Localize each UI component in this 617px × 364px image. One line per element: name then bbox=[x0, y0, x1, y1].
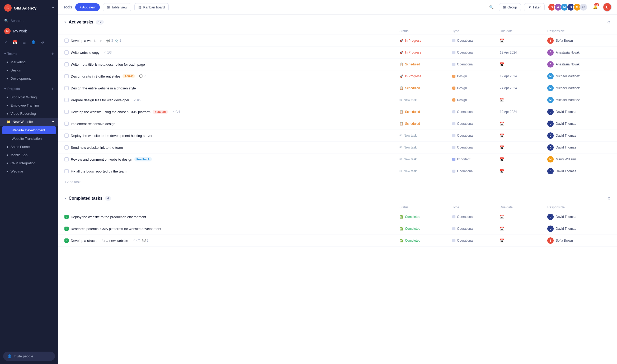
table-row[interactable]: Design the entire website in a chosen st… bbox=[58, 82, 617, 94]
sidebar-item-development[interactable]: ● Development bbox=[0, 74, 58, 83]
task-checkbox[interactable] bbox=[64, 110, 69, 114]
task-checkbox[interactable] bbox=[64, 86, 69, 90]
sidebar-item-webinar[interactable]: ● Webinar bbox=[0, 167, 58, 175]
table-row[interactable]: Send new website link to the team ✉ New … bbox=[58, 142, 617, 154]
new-website-label: New Website bbox=[13, 120, 33, 124]
task-checkbox[interactable] bbox=[64, 50, 69, 55]
projects-chevron-icon: ▾ bbox=[4, 87, 6, 91]
task-checkbox[interactable] bbox=[64, 157, 69, 161]
group-label: Group bbox=[507, 5, 517, 9]
toolbar-actions: 🔍 ⊞ Group ▼ Filter S A M D M +3 🔔 12 bbox=[487, 3, 612, 12]
notification-button[interactable]: 🔔 12 bbox=[591, 3, 600, 12]
sidebar-my-work[interactable]: M My work bbox=[0, 25, 58, 37]
teams-label: Teams bbox=[7, 52, 17, 56]
blog-label: Blog Post Writing bbox=[11, 95, 37, 99]
sidebar-item-video-recording[interactable]: ● Video Recording bbox=[0, 109, 58, 118]
sidebar-item-mobile-app[interactable]: ● Mobile App bbox=[0, 151, 58, 159]
crm-icon: ● bbox=[6, 161, 8, 165]
active-tasks-title: Active tasks bbox=[69, 20, 93, 25]
kanban-label: Kanban board bbox=[143, 5, 165, 9]
task-checkbox[interactable] bbox=[64, 98, 69, 102]
group-icon: ⊞ bbox=[503, 5, 506, 9]
task-checkbox[interactable]: ✓ bbox=[64, 238, 69, 243]
table-view-icon: ⊞ bbox=[107, 5, 110, 9]
completed-tasks-columns: Status Type Due date Responsible bbox=[58, 204, 617, 211]
sidebar-tool-calendar[interactable]: 📅 bbox=[11, 38, 19, 46]
sidebar-tool-check[interactable]: ✓ bbox=[2, 38, 10, 46]
table-row[interactable]: ✓ Research potential CMS platforms for w… bbox=[58, 223, 617, 235]
filter-label: Filter bbox=[533, 5, 541, 9]
my-work-label: My work bbox=[13, 29, 27, 33]
folder-icon: 📁 bbox=[6, 120, 11, 124]
table-row[interactable]: Implement responsive design 📋 Scheduled … bbox=[58, 118, 617, 130]
add-new-button[interactable]: + Add new bbox=[75, 3, 100, 11]
active-tasks-header[interactable]: ▾ Active tasks 12 ⚙ bbox=[58, 15, 617, 28]
invite-people-button[interactable]: 👤 Invite people bbox=[3, 352, 55, 361]
filter-icon: ▼ bbox=[528, 5, 531, 9]
sales-icon: ● bbox=[6, 145, 8, 149]
task-checkbox[interactable] bbox=[64, 169, 69, 173]
table-row[interactable]: Prepare design files for web developer ✓… bbox=[58, 94, 617, 106]
design-icon: ● bbox=[6, 68, 8, 72]
active-tasks-section: ▾ Active tasks 12 ⚙ Status Type Due date… bbox=[58, 15, 617, 186]
crm-label: CRM Integration bbox=[11, 161, 36, 165]
active-tasks-settings-icon[interactable]: ⚙ bbox=[607, 20, 611, 24]
kanban-board-button[interactable]: ▦ Kanban board bbox=[134, 3, 169, 11]
group-button[interactable]: ⊞ Group bbox=[499, 3, 521, 11]
table-row[interactable]: Write meta title & meta description for … bbox=[58, 59, 617, 70]
table-row[interactable]: ✓ Deploy the website to the production e… bbox=[58, 211, 617, 223]
sidebar-item-design[interactable]: ● Design bbox=[0, 66, 58, 74]
projects-add-button[interactable]: + bbox=[51, 87, 54, 91]
task-checkbox[interactable] bbox=[64, 74, 69, 78]
marketing-label: Marketing bbox=[11, 60, 26, 64]
task-checkbox[interactable] bbox=[64, 133, 69, 138]
task-checkbox[interactable]: ✓ bbox=[64, 215, 69, 219]
table-row[interactable]: Develop a wireframe 💬 3 📎 1 🚀 In Progres… bbox=[58, 35, 617, 47]
table-view-button[interactable]: ⊞ Table view bbox=[103, 3, 131, 11]
teams-chevron-icon: ▾ bbox=[4, 52, 6, 56]
sidebar-tool-settings[interactable]: ⚙ bbox=[39, 38, 46, 46]
sidebar-item-crm-integration[interactable]: ● CRM Integration bbox=[0, 159, 58, 167]
add-task-button[interactable]: + Add task bbox=[58, 177, 617, 186]
task-checkbox[interactable] bbox=[64, 122, 69, 126]
filter-button[interactable]: ▼ Filter bbox=[524, 3, 545, 11]
sidebar-item-marketing[interactable]: ● Marketing bbox=[0, 58, 58, 66]
table-row[interactable]: Review and comment on website design Fee… bbox=[58, 154, 617, 165]
sidebar-item-website-translation[interactable]: Website Translation bbox=[0, 135, 58, 143]
user-avatar[interactable]: U bbox=[603, 3, 612, 12]
sidebar-item-employee-training[interactable]: ● Employee Training bbox=[0, 101, 58, 109]
blog-icon: ● bbox=[6, 95, 8, 99]
tools-label: Tools bbox=[63, 5, 72, 9]
table-row[interactable]: Develop the website using the chosen CMS… bbox=[58, 106, 617, 118]
projects-label: Projects bbox=[7, 87, 20, 91]
table-row[interactable]: Deploy the website to the development ho… bbox=[58, 130, 617, 142]
team-avatars: S A M D M +3 bbox=[548, 3, 587, 11]
sidebar-tool-list[interactable]: ☰ bbox=[20, 38, 28, 46]
task-checkbox[interactable]: ✓ bbox=[64, 227, 69, 231]
sidebar-search[interactable]: 🔍 Search... bbox=[0, 16, 58, 25]
sidebar-header[interactable]: G GIM Agency ▾ bbox=[0, 0, 58, 16]
sales-label: Sales Funnel bbox=[11, 145, 31, 149]
task-checkbox[interactable] bbox=[64, 39, 69, 43]
video-label: Video Recording bbox=[11, 112, 36, 116]
sidebar-item-new-website[interactable]: 📁 New Website ▾ bbox=[0, 118, 58, 126]
mobile-icon: ● bbox=[6, 153, 8, 157]
teams-add-button[interactable]: + bbox=[51, 52, 54, 56]
sidebar-item-sales-funnel[interactable]: ● Sales Funnel bbox=[0, 143, 58, 151]
sidebar-tool-person[interactable]: 👤 bbox=[29, 38, 38, 46]
completed-tasks-settings-icon[interactable]: ⚙ bbox=[607, 196, 611, 200]
task-checkbox[interactable] bbox=[64, 145, 69, 150]
task-checkbox[interactable] bbox=[64, 62, 69, 66]
sidebar-item-website-development[interactable]: Website Development bbox=[2, 126, 56, 134]
search-icon: 🔍 bbox=[4, 19, 8, 23]
projects-section-toggle[interactable]: ▾ Projects bbox=[4, 87, 20, 91]
table-row[interactable]: Design drafts in 3 different styles ASAP… bbox=[58, 70, 617, 82]
sidebar-item-blog-post-writing[interactable]: ● Blog Post Writing bbox=[0, 93, 58, 101]
table-row[interactable]: Write website copy ✓ 1/3 🚀 In Progress O… bbox=[58, 47, 617, 59]
table-row[interactable]: ✓ Develop a structure for a new website … bbox=[58, 235, 617, 247]
search-button[interactable]: 🔍 bbox=[487, 3, 496, 12]
completed-tasks-header[interactable]: ▾ Completed tasks 4 ⚙ bbox=[58, 191, 617, 204]
table-row[interactable]: Fix all the bugs reported by the team ✉ … bbox=[58, 165, 617, 177]
development-icon: ● bbox=[6, 76, 8, 80]
teams-section-toggle[interactable]: ▾ Teams bbox=[4, 52, 17, 56]
